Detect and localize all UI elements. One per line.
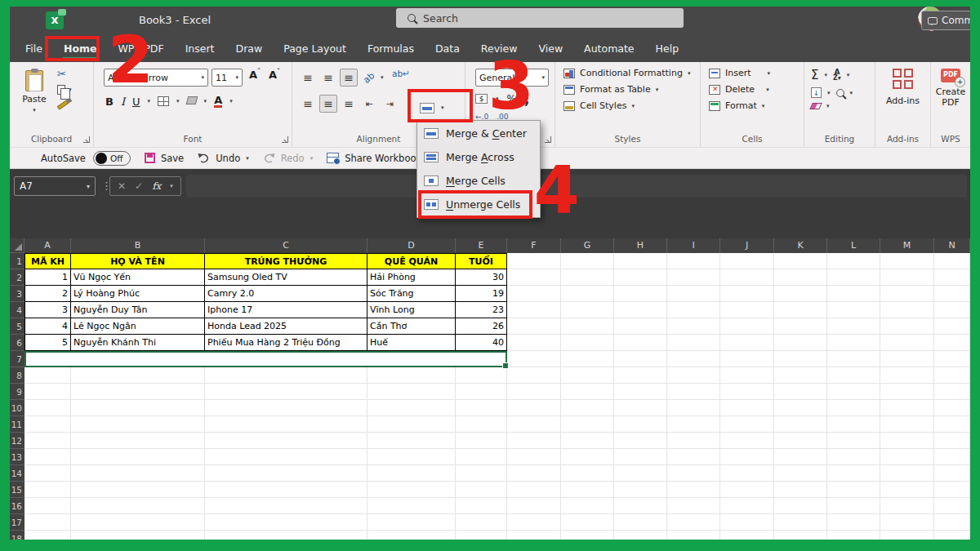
cell[interactable] <box>71 367 205 384</box>
row-header-2[interactable]: 2 <box>10 269 24 286</box>
cell[interactable] <box>614 269 667 286</box>
align-center-button[interactable]: ≡ <box>319 95 337 113</box>
cell[interactable] <box>614 335 667 351</box>
cell[interactable] <box>667 433 720 449</box>
cell[interactable] <box>561 269 614 286</box>
cell[interactable] <box>507 384 561 400</box>
cell[interactable] <box>720 400 774 416</box>
cell[interactable] <box>880 416 934 433</box>
font-color-icon[interactable]: A <box>214 95 222 108</box>
column-header-e[interactable]: E <box>456 238 507 253</box>
row-header-5[interactable]: 5 <box>10 318 24 335</box>
accounting-format-icon[interactable]: $ <box>475 94 488 104</box>
table-data-cell[interactable]: Sóc Trăng <box>368 286 456 302</box>
row-header-14[interactable]: 14 <box>10 465 24 482</box>
cell[interactable] <box>720 269 774 286</box>
cell[interactable] <box>934 253 970 269</box>
cell[interactable] <box>205 400 368 416</box>
cell[interactable] <box>934 482 970 498</box>
cell[interactable] <box>71 498 205 514</box>
cell[interactable] <box>720 465 774 482</box>
chevron-down-icon[interactable]: ▾ <box>381 74 384 81</box>
table-header-cell[interactable]: MÃ KH <box>24 253 71 269</box>
table-data-cell[interactable]: 5 <box>24 335 71 351</box>
cell[interactable] <box>368 416 456 433</box>
column-header-f[interactable]: F <box>507 238 561 253</box>
cancel-icon[interactable]: ✕ <box>118 180 126 192</box>
row-header-9[interactable]: 9 <box>10 384 24 400</box>
cell[interactable] <box>507 400 561 416</box>
table-data-cell[interactable]: 2 <box>24 286 71 302</box>
cell[interactable] <box>934 351 970 367</box>
row-header-6[interactable]: 6 <box>10 335 24 351</box>
cell[interactable] <box>614 286 667 302</box>
cell[interactable] <box>205 433 368 449</box>
cell[interactable] <box>561 482 614 498</box>
cell[interactable] <box>456 433 507 449</box>
cell[interactable] <box>368 367 456 384</box>
cell[interactable] <box>667 367 720 384</box>
chevron-down-icon[interactable]: ▾ <box>176 98 180 104</box>
cell[interactable] <box>561 416 614 433</box>
cell[interactable] <box>667 302 720 318</box>
cell[interactable] <box>614 400 667 416</box>
cell[interactable] <box>614 302 667 318</box>
cell[interactable] <box>827 269 880 286</box>
cell[interactable] <box>720 498 774 514</box>
column-header-l[interactable]: L <box>827 238 880 253</box>
format-cells-button[interactable]: Format▾ <box>709 100 770 111</box>
conditional-formatting-button[interactable]: Conditional Formatting▾ <box>564 68 690 78</box>
cell[interactable] <box>774 482 827 498</box>
cell[interactable] <box>774 269 827 286</box>
cell[interactable] <box>720 514 774 531</box>
cell[interactable] <box>667 384 720 400</box>
cell[interactable] <box>934 286 970 302</box>
cell[interactable] <box>774 465 827 482</box>
save-button[interactable]: Save <box>161 153 184 164</box>
cell[interactable] <box>827 302 880 318</box>
cell[interactable] <box>720 449 774 465</box>
copy-icon[interactable] <box>57 85 65 95</box>
cell[interactable] <box>934 449 970 465</box>
fill-color-icon[interactable] <box>185 96 198 104</box>
cell[interactable] <box>774 384 827 400</box>
table-data-cell[interactable]: 23 <box>456 302 507 318</box>
table-header-cell[interactable]: QUÊ QUÁN <box>368 253 456 269</box>
create-pdf-button[interactable]: PDF Create PDF <box>931 69 970 108</box>
cell[interactable] <box>720 335 774 351</box>
cell[interactable] <box>667 514 720 531</box>
cell[interactable] <box>614 498 667 514</box>
cell[interactable] <box>71 514 205 531</box>
row-header-3[interactable]: 3 <box>10 286 24 302</box>
row-header-17[interactable]: 17 <box>10 514 24 531</box>
table-header-cell[interactable]: HỌ VÀ TÊN <box>71 253 205 269</box>
cell[interactable] <box>561 367 614 384</box>
cell[interactable] <box>456 367 507 384</box>
cell[interactable] <box>827 351 880 367</box>
cell[interactable] <box>720 416 774 433</box>
cell[interactable] <box>774 367 827 384</box>
font-size-combo[interactable]: 11▾ <box>212 69 243 87</box>
cell[interactable] <box>561 286 614 302</box>
table-data-cell[interactable]: Vĩnh Long <box>368 302 456 318</box>
tab-automate[interactable]: Automate <box>573 34 644 62</box>
cell[interactable] <box>774 351 827 367</box>
cell[interactable] <box>507 269 561 286</box>
cell[interactable] <box>507 318 561 335</box>
cell[interactable] <box>720 531 774 540</box>
cell[interactable] <box>827 335 880 351</box>
cell[interactable] <box>827 286 880 302</box>
comments-button[interactable]: Comments <box>921 11 970 30</box>
name-box[interactable]: A7 ▾ <box>14 176 96 196</box>
autosum-icon[interactable]: Σ <box>811 68 818 82</box>
column-header-g[interactable]: G <box>561 238 614 253</box>
cell[interactable] <box>880 433 934 449</box>
cell[interactable] <box>368 400 456 416</box>
cell[interactable] <box>667 318 720 335</box>
cell[interactable] <box>667 416 720 433</box>
row-header-1[interactable]: 1 <box>10 253 24 269</box>
undo-icon[interactable] <box>198 153 210 163</box>
chevron-down-icon[interactable]: ▾ <box>229 98 233 104</box>
cell[interactable] <box>614 465 667 482</box>
row-header-16[interactable]: 16 <box>10 498 24 514</box>
